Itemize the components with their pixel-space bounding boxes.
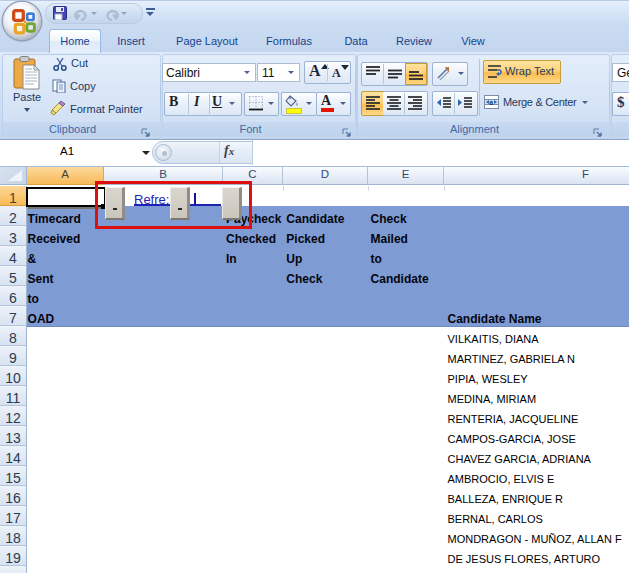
svg-text:a: a [489, 99, 493, 106]
